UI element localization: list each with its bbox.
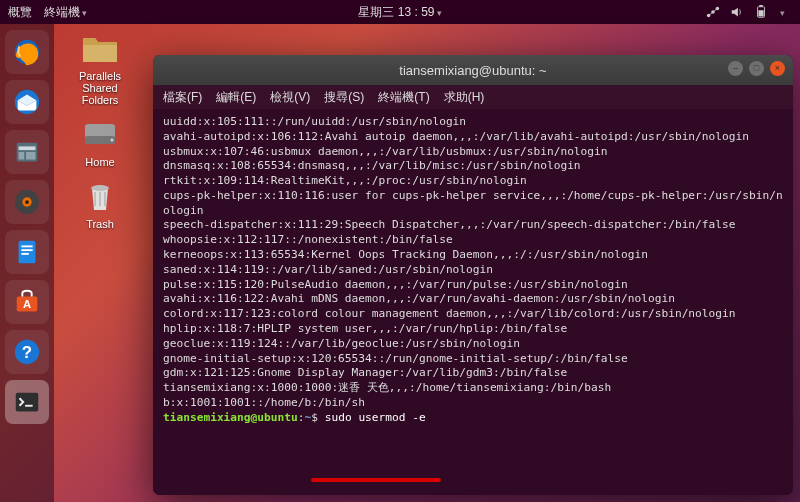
menu-view[interactable]: 檢視(V) (270, 89, 310, 106)
window-minimize-button[interactable]: – (728, 61, 743, 76)
svg-rect-17 (21, 249, 32, 251)
svg-rect-4 (759, 5, 763, 7)
folder-icon (80, 30, 120, 66)
window-close-button[interactable]: × (770, 61, 785, 76)
music-icon (12, 187, 42, 217)
power-icon[interactable]: ▾ (778, 5, 792, 19)
desktop-home[interactable]: Home (60, 116, 140, 168)
document-icon (12, 237, 42, 267)
svg-rect-11 (26, 152, 35, 160)
terminal-menubar: 檔案(F) 編輯(E) 檢視(V) 搜尋(S) 終端機(T) 求助(H) (153, 85, 793, 109)
files-icon (12, 137, 42, 167)
software-icon: A (12, 287, 42, 317)
launcher-writer[interactable] (5, 230, 49, 274)
menu-file[interactable]: 檔案(F) (163, 89, 202, 106)
drive-icon (80, 116, 120, 152)
trash-icon (80, 178, 120, 214)
help-icon: ? (12, 337, 42, 367)
terminal-window: tiansemixiang@ubuntu: ~ – □ × 檔案(F) 編輯(E… (153, 55, 793, 495)
menu-search[interactable]: 搜尋(S) (324, 89, 364, 106)
desktop-icon-label: Parallels Shared Folders (60, 70, 140, 106)
desktop-parallels-folder[interactable]: Parallels Shared Folders (60, 30, 140, 106)
network-icon[interactable] (706, 5, 720, 19)
firefox-icon (12, 37, 42, 67)
menu-help[interactable]: 求助(H) (444, 89, 485, 106)
top-panel: 概覽 終端機▾ 星期三 13 : 59▾ ▾ (0, 0, 800, 24)
terminal-titlebar[interactable]: tiansemixiang@ubuntu: ~ – □ × (153, 55, 793, 85)
launcher-dock: A ? (0, 24, 54, 502)
desktop-trash[interactable]: Trash (60, 178, 140, 230)
launcher-terminal[interactable] (5, 380, 49, 424)
svg-rect-5 (758, 10, 763, 16)
launcher-files[interactable] (5, 130, 49, 174)
battery-icon[interactable] (754, 5, 768, 19)
desktop-icon-label: Home (60, 156, 140, 168)
menu-terminal[interactable]: 終端機(T) (378, 89, 429, 106)
svg-point-14 (25, 200, 29, 204)
volume-icon[interactable] (730, 5, 744, 19)
thunderbird-icon (12, 87, 42, 117)
app-menu[interactable]: 終端機▾ (44, 4, 87, 21)
menu-edit[interactable]: 編輯(E) (216, 89, 256, 106)
window-maximize-button[interactable]: □ (749, 61, 764, 76)
terminal-icon (12, 387, 42, 417)
launcher-software[interactable]: A (5, 280, 49, 324)
launcher-rhythmbox[interactable] (5, 180, 49, 224)
svg-point-27 (91, 185, 109, 191)
desktop-area: Parallels Shared Folders Home Trash (60, 30, 140, 230)
window-title: tiansemixiang@ubuntu: ~ (399, 63, 546, 78)
svg-rect-16 (21, 245, 32, 247)
svg-text:?: ? (22, 343, 32, 362)
svg-rect-18 (21, 253, 29, 255)
launcher-thunderbird[interactable] (5, 80, 49, 124)
clock[interactable]: 星期三 13 : 59▾ (0, 4, 800, 21)
svg-rect-15 (19, 241, 36, 264)
launcher-firefox[interactable] (5, 30, 49, 74)
svg-rect-23 (16, 393, 39, 412)
svg-text:A: A (23, 298, 31, 310)
svg-rect-10 (19, 152, 25, 160)
terminal-output[interactable]: uuidd:x:105:111::/run/uuidd:/usr/sbin/no… (153, 109, 793, 495)
launcher-help[interactable]: ? (5, 330, 49, 374)
annotation-underline (311, 478, 441, 482)
svg-point-26 (111, 139, 114, 142)
desktop-icon-label: Trash (60, 218, 140, 230)
svg-rect-9 (19, 146, 36, 150)
activities-button[interactable]: 概覽 (8, 4, 32, 21)
